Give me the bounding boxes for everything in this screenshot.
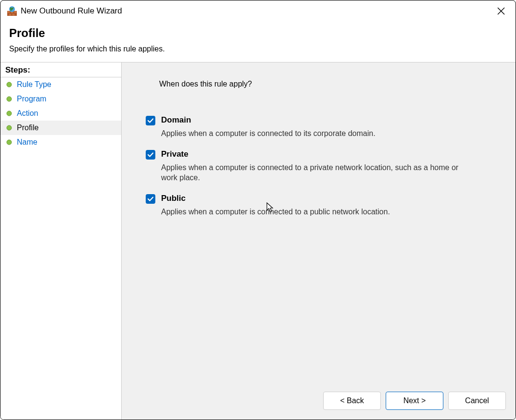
svg-point-11 (7, 111, 12, 116)
bullet-icon (6, 139, 12, 145)
title-left: New Outbound Rule Wizard (7, 6, 122, 16)
label-public: Public (161, 194, 186, 203)
profile-question: When does this rule apply? (159, 80, 491, 88)
check-icon (147, 196, 154, 202)
cancel-button[interactable]: Cancel (448, 392, 506, 410)
step-label: Action (17, 109, 38, 118)
option-public-row: Public (146, 194, 491, 204)
desc-private: Applies when a computer is connected to … (161, 162, 469, 183)
checkbox-public[interactable] (146, 194, 155, 204)
main-content: When does this rule apply? Domain Applie… (122, 62, 516, 420)
window-title: New Outbound Rule Wizard (21, 6, 122, 16)
step-label: Program (17, 95, 46, 103)
body-area: Steps: Rule Type Program Action Profile (0, 62, 516, 420)
svg-point-13 (7, 140, 12, 145)
step-rule-type[interactable]: Rule Type (0, 77, 121, 92)
step-name[interactable]: Name (0, 135, 121, 149)
checkbox-private[interactable] (146, 150, 155, 160)
step-label: Profile (17, 124, 38, 132)
svg-rect-5 (12, 13, 15, 16)
check-icon (147, 117, 154, 124)
desc-domain: Applies when a computer is connected to … (161, 128, 469, 139)
step-label: Rule Type (17, 80, 51, 89)
label-domain: Domain (161, 115, 191, 125)
firewall-icon (7, 6, 17, 16)
next-button[interactable]: Next > (386, 392, 443, 410)
page-header: Profile Specify the profiles for which t… (0, 22, 516, 62)
bullet-icon (6, 111, 12, 116)
checkbox-domain[interactable] (146, 116, 155, 125)
option-domain-row: Domain (146, 115, 491, 125)
back-button[interactable]: < Back (323, 392, 381, 410)
step-program[interactable]: Program (0, 92, 121, 106)
button-bar: < Back Next > Cancel (323, 392, 506, 410)
desc-public: Applies when a computer is connected to … (161, 207, 469, 217)
step-label: Name (17, 138, 38, 147)
profile-options: Domain Applies when a computer is connec… (146, 115, 491, 222)
title-bar: New Outbound Rule Wizard (0, 0, 516, 22)
steps-sidebar: Steps: Rule Type Program Action Profile (0, 62, 122, 420)
option-private-row: Private (146, 149, 491, 160)
step-profile[interactable]: Profile (0, 121, 121, 135)
svg-point-10 (7, 97, 12, 101)
svg-rect-4 (9, 13, 12, 16)
check-icon (147, 151, 154, 158)
svg-point-12 (7, 125, 12, 130)
steps-heading: Steps: (0, 62, 121, 77)
label-private: Private (161, 149, 189, 159)
page-title: Profile (9, 26, 507, 40)
step-action[interactable]: Action (0, 106, 121, 121)
close-button[interactable] (492, 2, 510, 20)
svg-rect-3 (14, 11, 17, 13)
bullet-icon (6, 125, 12, 131)
bullet-icon (6, 82, 12, 87)
bullet-icon (6, 96, 12, 102)
close-icon (497, 7, 505, 15)
svg-rect-1 (7, 11, 10, 13)
svg-point-9 (7, 82, 12, 87)
page-subtitle: Specify the profiles for which this rule… (9, 45, 507, 53)
